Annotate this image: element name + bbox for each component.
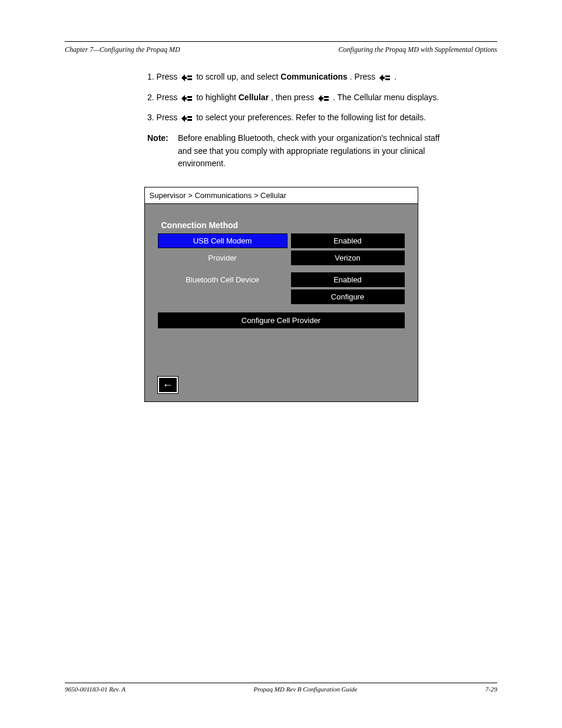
setting-label: Provider — [158, 251, 287, 265]
instruction-body: 1. Press to scroll up, and select Commun… — [147, 71, 477, 170]
svg-rect-2 — [187, 78, 192, 80]
nav-icon — [181, 93, 192, 106]
setting-value[interactable]: Enabled — [291, 233, 405, 248]
footer-doc-id: 9650-001183-01 Rev. A — [65, 686, 125, 693]
label-communications: Communications — [280, 72, 348, 81]
page-header: Chapter 7—Configuring the Propaq MD Conf… — [65, 45, 497, 54]
svg-rect-1 — [187, 75, 192, 77]
setting-value[interactable]: Enabled — [291, 272, 405, 287]
label-cellular: Cellular — [239, 93, 269, 102]
svg-marker-6 — [181, 95, 187, 102]
setting-label-empty — [158, 289, 287, 304]
svg-rect-14 — [187, 119, 192, 121]
nav-icon — [379, 73, 390, 85]
svg-rect-4 — [385, 75, 390, 77]
setting-value[interactable]: Verizon — [291, 251, 405, 265]
note-block: Note: Before enabling Bluetooth, check w… — [147, 132, 477, 170]
step-3: 3. Press to select your preferences. Ref… — [147, 111, 477, 126]
footer-product: Propaq MD Rev B Configuration Guide — [253, 686, 357, 693]
footer-page-number: 7-29 — [485, 686, 497, 693]
svg-rect-13 — [187, 116, 192, 118]
back-arrow-icon: ← — [163, 379, 173, 391]
setting-row-configure[interactable]: Configure — [158, 289, 405, 304]
step-1: 1. Press to scroll up, and select Commun… — [147, 71, 477, 85]
svg-rect-10 — [324, 96, 329, 98]
nav-icon — [318, 93, 329, 106]
svg-marker-0 — [181, 74, 187, 81]
configure-button[interactable]: Configure — [291, 289, 405, 304]
header-right: Configuring the Propaq MD with Supplemen… — [338, 45, 497, 54]
device-screenshot: Supervisor > Communications > Cellular C… — [144, 187, 418, 402]
svg-rect-11 — [324, 99, 329, 101]
nav-icon — [181, 73, 192, 85]
setting-row-usb-cell-modem[interactable]: USB Cell Modem Enabled — [158, 233, 405, 248]
svg-marker-9 — [318, 95, 323, 102]
nav-icon — [181, 113, 192, 126]
configure-cell-provider-button[interactable]: Configure Cell Provider — [158, 312, 405, 328]
step-2: 2. Press to highlight Cellular , then pr… — [147, 91, 477, 106]
setting-row-bluetooth-device[interactable]: Bluetooth Cell Device Enabled — [158, 272, 405, 287]
breadcrumb: Supervisor > Communications > Cellular — [145, 187, 418, 204]
note-label: Note: — [147, 133, 168, 143]
back-button[interactable]: ← — [158, 377, 178, 393]
page-footer: 9650-001183-01 Rev. A Propaq MD Rev B Co… — [65, 683, 497, 693]
setting-label: Bluetooth Cell Device — [158, 272, 287, 287]
svg-rect-8 — [187, 99, 192, 101]
note-text: Before enabling Bluetooth, check with yo… — [178, 132, 455, 170]
svg-rect-7 — [187, 96, 192, 98]
svg-marker-12 — [181, 115, 187, 122]
setting-row-provider[interactable]: Provider Verizon — [158, 251, 405, 265]
setting-label: USB Cell Modem — [158, 233, 287, 248]
section-title: Connection Method — [158, 220, 405, 230]
svg-marker-3 — [379, 74, 385, 81]
header-left: Chapter 7—Configuring the Propaq MD — [65, 45, 180, 54]
svg-rect-5 — [385, 78, 390, 80]
